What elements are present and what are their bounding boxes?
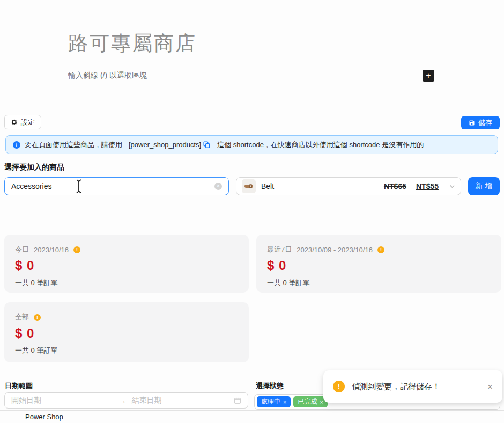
product-search-box[interactable]: × bbox=[4, 177, 229, 195]
status-tag-label: 處理中 bbox=[261, 397, 280, 406]
warning-icon[interactable]: ! bbox=[377, 246, 384, 253]
info-icon bbox=[13, 141, 20, 149]
stat-label: 今日 bbox=[15, 245, 29, 254]
status-filter-label: 選擇狀態 bbox=[256, 381, 284, 391]
stat-amount: $ 0 bbox=[15, 326, 238, 341]
product-search-input[interactable] bbox=[11, 182, 214, 191]
unsaved-changes-toast: ! 偵測到變更，記得儲存！ × bbox=[323, 370, 502, 403]
stat-amount: $ 0 bbox=[267, 258, 491, 273]
status-tag-completed[interactable]: 已完成 × bbox=[293, 396, 327, 407]
stat-orders: 一共 0 筆訂單 bbox=[15, 346, 238, 355]
warning-icon[interactable]: ! bbox=[73, 246, 80, 253]
stat-orders: 一共 0 筆訂單 bbox=[267, 278, 491, 288]
save-label: 儲存 bbox=[478, 118, 492, 128]
product-thumbnail bbox=[242, 179, 256, 193]
shortcode-info-banner: 要在頁面使用這些商品，請使用 [power_shop_products] 這個 … bbox=[5, 135, 498, 154]
stat-date: 2023/10/09 - 2023/10/16 bbox=[297, 246, 373, 254]
arrow-right-icon: → bbox=[119, 396, 127, 405]
block-inserter-placeholder[interactable]: 輸入斜線 (/) 以選取區塊 bbox=[68, 71, 147, 81]
product-price-original: NT$65 bbox=[384, 182, 406, 191]
power-shop-editor-page: 路可專屬商店 輸入斜線 (/) 以選取區塊 + 設定 儲存 要在頁面使用這些商品… bbox=[0, 0, 504, 423]
save-icon bbox=[469, 120, 475, 126]
product-picker-label: 選擇要加入的商品 bbox=[4, 163, 64, 172]
plus-icon: + bbox=[426, 71, 431, 80]
stat-date: 2023/10/16 bbox=[34, 246, 69, 254]
chevron-down-icon bbox=[449, 184, 455, 189]
banner-shortcode: [power_shop_products] bbox=[129, 141, 201, 149]
date-range-label: 日期範圍 bbox=[5, 381, 33, 391]
calendar-icon bbox=[234, 397, 241, 404]
gear-icon bbox=[11, 119, 18, 126]
settings-button[interactable]: 設定 bbox=[4, 115, 41, 129]
block-breadcrumb[interactable]: Power Shop bbox=[25, 413, 63, 421]
stat-card-today: 今日 2023/10/16 ! $ 0 一共 0 筆訂單 bbox=[4, 235, 249, 293]
copy-icon[interactable] bbox=[203, 141, 211, 149]
remove-tag-icon[interactable]: × bbox=[320, 399, 323, 405]
status-tag-label: 已完成 bbox=[298, 397, 317, 406]
clear-search-icon[interactable]: × bbox=[214, 183, 222, 190]
end-date-input[interactable]: 結束日期 bbox=[132, 396, 234, 405]
selected-product-dropdown[interactable]: Belt NT$65 NT$55 bbox=[236, 177, 461, 195]
remove-tag-icon[interactable]: × bbox=[283, 399, 286, 405]
warning-icon[interactable]: ! bbox=[34, 314, 41, 321]
add-product-button[interactable]: 新 增 bbox=[468, 177, 500, 195]
product-price-sale: NT$55 bbox=[416, 182, 439, 191]
stat-amount: $ 0 bbox=[15, 258, 238, 273]
stat-card-all: 全部 ! $ 0 一共 0 筆訂單 bbox=[4, 302, 249, 362]
toast-message: 偵測到變更，記得儲存！ bbox=[352, 382, 487, 392]
settings-label: 設定 bbox=[21, 118, 35, 127]
page-title[interactable]: 路可專屬商店 bbox=[68, 30, 197, 57]
product-name: Belt bbox=[261, 182, 379, 191]
stat-label: 全部 bbox=[15, 312, 29, 322]
stat-card-last7days: 最近7日 2023/10/09 - 2023/10/16 ! $ 0 一共 0 … bbox=[256, 235, 501, 293]
save-button[interactable]: 儲存 bbox=[461, 116, 500, 129]
banner-text-after: 這個 shortcode，在快速商店以外使用這個 shortcode 是沒有作用… bbox=[217, 140, 424, 150]
stat-label: 最近7日 bbox=[267, 245, 292, 254]
add-block-button[interactable]: + bbox=[423, 70, 434, 82]
start-date-input[interactable]: 開始日期 bbox=[11, 396, 114, 405]
status-tag-processing[interactable]: 處理中 × bbox=[257, 396, 291, 407]
banner-text-before: 要在頁面使用這些商品，請使用 bbox=[25, 140, 122, 150]
stat-orders: 一共 0 筆訂單 bbox=[15, 278, 238, 288]
warning-icon: ! bbox=[333, 381, 345, 392]
close-icon[interactable]: × bbox=[487, 382, 493, 391]
date-range-picker[interactable]: 開始日期 → 結束日期 bbox=[4, 392, 248, 409]
footer-divider bbox=[0, 410, 504, 411]
